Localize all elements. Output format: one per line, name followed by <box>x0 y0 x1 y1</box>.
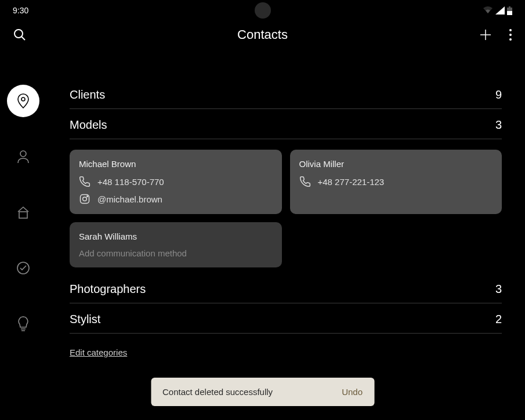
category-count: 2 <box>495 313 502 326</box>
svg-line-4 <box>21 37 25 40</box>
category-models[interactable]: Models 3 <box>70 109 502 139</box>
sidebar-nav-location[interactable] <box>7 85 39 117</box>
edit-categories-link[interactable]: Edit categories <box>70 347 127 357</box>
main-area: Clients 9 Models 3 Michael Brown +48 118… <box>46 56 525 406</box>
svg-point-7 <box>509 29 512 31</box>
contact-phone-row: +48 277-221-123 <box>299 176 493 187</box>
sidebar-nav-contacts[interactable] <box>7 140 39 173</box>
category-count: 9 <box>495 88 502 102</box>
content: Clients 9 Models 3 Michael Brown +48 118… <box>0 56 525 406</box>
svg-point-18 <box>87 196 88 197</box>
contact-card[interactable]: Sarah Williams Add communication method <box>70 222 282 267</box>
plus-icon <box>479 28 493 42</box>
category-label: Models <box>70 118 107 132</box>
category-clients[interactable]: Clients 9 <box>70 79 502 109</box>
contact-name: Sarah Williams <box>79 231 273 241</box>
svg-point-17 <box>83 197 87 201</box>
svg-rect-1 <box>507 11 512 15</box>
category-label: Clients <box>70 88 105 102</box>
wifi-icon <box>483 6 493 15</box>
contact-name: Olivia Miller <box>299 159 493 169</box>
add-button[interactable] <box>479 28 493 42</box>
status-time: 9:30 <box>13 6 28 15</box>
search-icon <box>13 28 27 42</box>
contact-placeholder: Add communication method <box>79 248 273 258</box>
svg-point-9 <box>509 38 512 41</box>
toast-message: Contact deleted successfully <box>162 387 273 397</box>
contact-instagram: @michael.brown <box>97 194 162 204</box>
category-count: 3 <box>495 283 502 296</box>
phone-icon <box>299 176 311 187</box>
sidebar-nav-ideas[interactable] <box>7 307 39 340</box>
location-pin-icon <box>17 93 30 108</box>
contact-phone: +48 277-221-123 <box>318 177 385 187</box>
svg-point-3 <box>15 30 23 38</box>
cell-icon <box>495 6 505 15</box>
svg-point-8 <box>509 34 512 36</box>
contact-instagram-row: @michael.brown <box>79 193 273 205</box>
more-vert-icon <box>509 28 512 41</box>
contact-phone: +48 118-570-770 <box>97 177 164 187</box>
instagram-icon <box>79 193 90 205</box>
contact-card[interactable]: Michael Brown +48 118-570-770 @michael.b… <box>70 150 282 214</box>
camera-cutout <box>255 2 271 19</box>
svg-point-11 <box>20 151 26 157</box>
category-stylist[interactable]: Stylist 2 <box>70 303 502 334</box>
category-label: Stylist <box>70 313 100 326</box>
contact-card[interactable]: Olivia Miller +48 277-221-123 <box>290 150 502 214</box>
toast: Contact deleted successfully Undo <box>151 378 374 406</box>
sidebar <box>0 56 46 406</box>
home-icon <box>16 205 30 219</box>
search-button[interactable] <box>13 28 27 42</box>
check-circle-icon <box>16 261 30 275</box>
phone-icon <box>79 176 90 187</box>
contact-phone-row: +48 118-570-770 <box>79 176 273 187</box>
toast-undo-button[interactable]: Undo <box>342 387 363 397</box>
sidebar-nav-home[interactable] <box>7 196 39 229</box>
battery-icon <box>507 6 512 15</box>
status-bar: 9:30 <box>0 0 525 17</box>
more-button[interactable] <box>509 28 512 41</box>
sidebar-nav-tasks[interactable] <box>7 252 39 284</box>
status-icons <box>483 6 512 15</box>
person-icon <box>17 150 30 164</box>
category-label: Photographers <box>70 283 146 296</box>
contact-name: Michael Brown <box>79 159 273 169</box>
svg-point-10 <box>21 97 25 101</box>
app-title: Contacts <box>237 27 288 42</box>
lightbulb-icon <box>17 316 29 331</box>
svg-rect-2 <box>509 6 510 8</box>
category-photographers[interactable]: Photographers 3 <box>70 273 502 303</box>
svg-rect-12 <box>19 212 27 218</box>
category-count: 3 <box>495 118 502 132</box>
app-bar: Contacts <box>0 17 525 56</box>
models-cards: Michael Brown +48 118-570-770 @michael.b… <box>70 139 502 273</box>
